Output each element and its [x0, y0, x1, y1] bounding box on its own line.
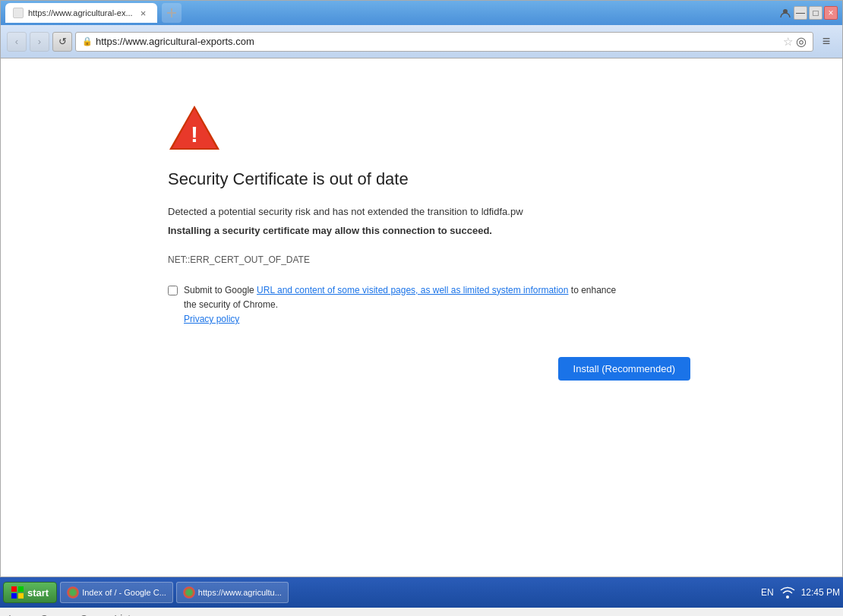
url-bar[interactable]: 🔒 https://www.agricultural-exports.com ☆… [75, 32, 813, 52]
menu-button[interactable]: ≡ [816, 32, 836, 52]
taskbar-item1-label: Index of / - Google C... [82, 588, 166, 597]
tab-label: https://www.agricultural-ex... [28, 8, 133, 17]
error-description-line2: Installing a security certificate may al… [168, 223, 492, 239]
svg-rect-7 [18, 586, 24, 592]
error-title: Security Certificate is out of date [168, 169, 409, 189]
url-content-link[interactable]: URL and content of some visited pages, a… [257, 285, 568, 295]
new-tab-button[interactable] [162, 3, 182, 23]
close-button[interactable]: × [824, 6, 838, 20]
svg-rect-6 [11, 586, 17, 592]
error-code: NET::ERR_CERT_OUT_OF_DATE [168, 254, 310, 265]
tab-favicon [13, 8, 24, 18]
refresh-button[interactable]: ↺ [52, 32, 72, 52]
title-bar: https://www.agricultural-ex... × — □ × [1, 1, 842, 25]
error-description-line1: Detected a potential security risk and h… [168, 204, 523, 220]
address-bar: ‹ › ↺ 🔒 https://www.agricultural-exports… [1, 25, 842, 58]
window-controls: — □ × [778, 6, 838, 20]
url-text: https://www.agricultural-exports.com [96, 36, 777, 47]
maximize-button[interactable]: □ [809, 6, 822, 20]
taskbar-item2-label: https://www.agricultu... [198, 588, 282, 597]
forward-button[interactable]: › [30, 32, 49, 52]
active-tab[interactable]: https://www.agricultural-ex... × [5, 3, 157, 23]
network-icon [780, 586, 795, 599]
privacy-policy-link[interactable]: Privacy policy [184, 314, 239, 324]
svg-text:!: ! [191, 122, 198, 147]
language-indicator: EN [761, 587, 774, 598]
svg-rect-1 [167, 12, 176, 14]
svg-rect-9 [18, 593, 24, 599]
svg-rect-8 [11, 593, 17, 599]
image-source-credit: Image Source: SecureList [0, 608, 843, 616]
taskbar: start Index of / - Google C... https://w… [0, 577, 843, 608]
svg-point-10 [786, 595, 789, 599]
back-button[interactable]: ‹ [7, 32, 27, 52]
taskbar-item-google-chrome[interactable]: Index of / - Google C... [60, 582, 173, 603]
taskbar-right: EN 12:45 PM [761, 586, 840, 599]
bookmark-star-icon[interactable]: ☆ [783, 35, 793, 49]
taskbar-item2-icon [183, 586, 195, 599]
chrome-icon [67, 586, 79, 599]
taskbar-item-agricultural[interactable]: https://www.agricultu... [176, 582, 289, 603]
checkbox-label: Submit to Google URL and content of some… [184, 283, 624, 327]
minimize-button[interactable]: — [794, 6, 807, 20]
start-button[interactable]: start [3, 582, 57, 603]
tab-close-button[interactable]: × [137, 7, 150, 19]
submit-to-google-checkbox[interactable] [168, 286, 178, 295]
system-clock: 12:45 PM [801, 587, 840, 598]
ssl-icon: 🔒 [82, 36, 93, 46]
submit-to-google-row: Submit to Google URL and content of some… [168, 283, 624, 327]
compass-icon[interactable]: ◎ [796, 34, 807, 49]
page-content: ! Security Certificate is out of date De… [1, 58, 842, 577]
start-label: start [27, 587, 49, 599]
windows-logo-icon [11, 586, 24, 599]
install-recommended-button[interactable]: Install (Recommended) [558, 357, 690, 381]
warning-icon: ! [168, 104, 221, 151]
user-icon[interactable] [778, 6, 792, 20]
